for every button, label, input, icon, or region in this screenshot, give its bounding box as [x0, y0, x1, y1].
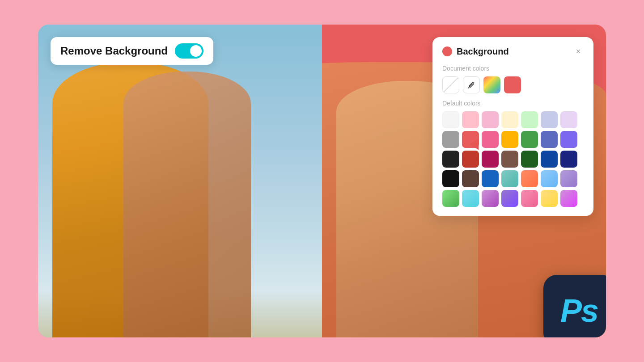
swatch-31[interactable] — [501, 190, 518, 207]
swatch-18[interactable] — [521, 151, 538, 168]
document-colors-row — [442, 76, 584, 93]
swatch-10[interactable] — [501, 131, 518, 148]
swatch-4[interactable] — [521, 111, 538, 128]
swatch-19[interactable] — [541, 151, 558, 168]
swatch-12[interactable] — [541, 131, 558, 148]
swatch-red-selected[interactable] — [504, 76, 521, 93]
swatch-17[interactable] — [501, 151, 518, 168]
document-colors-label: Document colors — [442, 65, 584, 72]
swatch-33[interactable] — [541, 190, 558, 207]
swatch-5[interactable] — [541, 111, 558, 128]
swatch-13[interactable] — [560, 131, 577, 148]
swatch-22[interactable] — [462, 170, 479, 187]
close-button[interactable]: × — [573, 46, 584, 57]
default-colors-label: Default colors — [442, 100, 584, 107]
swatch-34[interactable] — [560, 190, 577, 207]
swatch-8[interactable] — [462, 131, 479, 148]
swatch-25[interactable] — [521, 170, 538, 187]
panel-header: Background × — [442, 46, 584, 57]
swatch-transparent[interactable] — [442, 76, 459, 93]
swatch-23[interactable] — [482, 170, 499, 187]
panel-title-group: Background — [442, 46, 509, 57]
swatch-26[interactable] — [541, 170, 558, 187]
swatch-29[interactable] — [462, 190, 479, 207]
swatch-11[interactable] — [521, 131, 538, 148]
swatch-3[interactable] — [501, 111, 518, 128]
eyedropper-icon — [467, 81, 475, 89]
swatch-27[interactable] — [560, 170, 577, 187]
left-half-bg: Remove Background — [38, 25, 322, 337]
photoshop-badge: Ps — [543, 275, 606, 337]
swatch-16[interactable] — [482, 151, 499, 168]
panel-dot — [442, 46, 452, 56]
swatch-6[interactable] — [560, 111, 577, 128]
default-colors-grid — [442, 111, 584, 207]
right-half-bg: Background × Document colors Default col… — [322, 25, 606, 337]
main-card: Remove Background Background × Document … — [38, 25, 606, 337]
background-color-panel: Background × Document colors Default col… — [432, 37, 593, 216]
swatch-20[interactable] — [560, 151, 577, 168]
panel-title: Background — [457, 46, 509, 57]
swatch-eyedropper[interactable] — [463, 76, 480, 93]
swatch-2[interactable] — [482, 111, 499, 128]
remove-bg-toggle[interactable] — [175, 43, 203, 59]
swatch-9[interactable] — [482, 131, 499, 148]
swatch-7[interactable] — [442, 131, 459, 148]
photo-left — [38, 25, 322, 337]
swatch-1[interactable] — [462, 111, 479, 128]
remove-bg-panel: Remove Background — [51, 37, 213, 65]
swatch-28[interactable] — [442, 190, 459, 207]
swatch-21[interactable] — [442, 170, 459, 187]
swatch-15[interactable] — [462, 151, 479, 168]
swatch-0[interactable] — [442, 111, 459, 128]
remove-bg-label: Remove Background — [60, 45, 168, 57]
swatch-24[interactable] — [501, 170, 518, 187]
figure-center — [123, 72, 251, 337]
ps-logo-text: Ps — [560, 292, 598, 329]
swatch-32[interactable] — [521, 190, 538, 207]
swatch-gradient[interactable] — [483, 76, 500, 93]
swatch-30[interactable] — [482, 190, 499, 207]
swatch-14[interactable] — [442, 151, 459, 168]
